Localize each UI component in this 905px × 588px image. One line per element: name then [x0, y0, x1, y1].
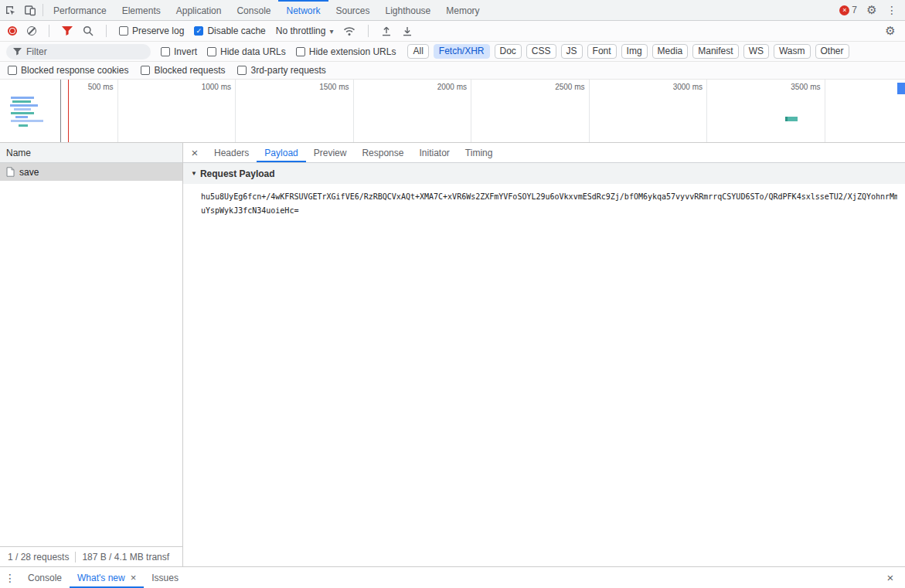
- error-icon: ×: [839, 5, 849, 15]
- tab-payload[interactable]: Payload: [257, 143, 305, 162]
- import-har-button[interactable]: [381, 25, 392, 36]
- tab-initiator[interactable]: Initiator: [411, 143, 457, 162]
- filter-pill-other[interactable]: Other: [815, 44, 849, 59]
- timeline-overview[interactable]: 500 ms 1000 ms 1500 ms 2000 ms 2500 ms 3…: [0, 80, 905, 143]
- hide-extension-urls-label: Hide extension URLs: [309, 46, 396, 57]
- funnel-icon: [13, 48, 22, 56]
- main-tab-bar: Performance Elements Application Console…: [0, 0, 905, 21]
- export-har-button[interactable]: [402, 25, 413, 36]
- details-tab-bar: × Headers Payload Preview Response Initi…: [183, 143, 905, 163]
- drawer-tab-label: Issues: [151, 573, 179, 583]
- filter-toggle-button[interactable]: [62, 26, 73, 36]
- main-menu-button[interactable]: ⋮: [882, 0, 902, 20]
- requests-panel: Name save 1 / 28 requests 187 B / 4.1 MB…: [0, 143, 183, 566]
- network-conditions-button[interactable]: [343, 26, 356, 36]
- checkbox-unchecked-icon: [141, 66, 150, 75]
- throttling-select[interactable]: No throttling ▾: [276, 25, 334, 36]
- filter-pill-media[interactable]: Media: [652, 44, 689, 59]
- blocked-response-cookies-checkbox[interactable]: Blocked response cookies: [8, 65, 128, 76]
- close-details-button[interactable]: ×: [183, 143, 206, 162]
- filter-pill-js[interactable]: JS: [561, 44, 583, 59]
- overview-request-bar: [785, 117, 798, 121]
- drawer-tab-whats-new[interactable]: What's new ×: [70, 567, 144, 588]
- network-toolbar: Preserve log ✓ Disable cache No throttli…: [0, 21, 905, 42]
- tab-response[interactable]: Response: [354, 143, 411, 162]
- checkbox-unchecked-icon: [161, 47, 170, 56]
- timeline-tick: 2000 ms: [354, 80, 472, 142]
- invert-checkbox[interactable]: Invert: [161, 46, 197, 57]
- tab-headers[interactable]: Headers: [206, 143, 257, 162]
- tab-timing[interactable]: Timing: [458, 143, 501, 162]
- close-icon[interactable]: ×: [131, 572, 137, 583]
- network-settings-button[interactable]: ⚙: [880, 21, 900, 41]
- filter-input[interactable]: [26, 46, 134, 57]
- timeline-grid: 500 ms 1000 ms 1500 ms 2000 ms 2500 ms 3…: [0, 80, 905, 142]
- tab-network[interactable]: Network: [278, 0, 328, 20]
- third-party-requests-checkbox[interactable]: 3rd-party requests: [237, 65, 325, 76]
- overview-highlight: [897, 83, 905, 94]
- tab-lighthouse[interactable]: Lighthouse: [378, 0, 439, 20]
- filter-box: [6, 44, 151, 59]
- close-drawer-button[interactable]: ×: [880, 567, 900, 588]
- filter-pill-img[interactable]: Img: [621, 44, 648, 59]
- hide-data-urls-checkbox[interactable]: Hide data URLs: [207, 46, 286, 57]
- payload-line: uYspWykJ3fcN34uoieHc=: [201, 204, 897, 218]
- tab-application[interactable]: Application: [168, 0, 230, 20]
- search-button[interactable]: [83, 25, 94, 36]
- filter-pill-fetch-xhr[interactable]: Fetch/XHR: [434, 44, 490, 59]
- divider: [368, 25, 369, 37]
- domcontentloaded-marker: [60, 80, 61, 142]
- checkbox-unchecked-icon: [207, 47, 216, 56]
- hide-extension-urls-checkbox[interactable]: Hide extension URLs: [296, 46, 396, 57]
- tab-sources[interactable]: Sources: [328, 0, 378, 20]
- timeline-tick: 1500 ms: [236, 80, 354, 142]
- tab-bar-right-controls: × 7 ⚙ ⋮: [835, 0, 905, 20]
- funnel-icon: [62, 26, 73, 36]
- request-row-save[interactable]: save: [0, 163, 182, 181]
- error-badge[interactable]: × 7: [835, 5, 862, 15]
- throttling-value: No throttling: [276, 25, 326, 36]
- error-count: 7: [852, 5, 857, 15]
- disable-cache-checkbox[interactable]: ✓ Disable cache: [194, 25, 265, 36]
- tab-preview[interactable]: Preview: [306, 143, 355, 162]
- drawer-right-controls: ×: [880, 567, 905, 588]
- filter-pill-wasm[interactable]: Wasm: [774, 44, 811, 59]
- filter-pill-css[interactable]: CSS: [526, 44, 556, 59]
- drawer-tab-issues[interactable]: Issues: [144, 567, 186, 588]
- filter-pill-manifest[interactable]: Manifest: [692, 44, 738, 59]
- tab-memory[interactable]: Memory: [438, 0, 487, 20]
- record-network-log-button[interactable]: [8, 26, 17, 36]
- filter-pill-ws[interactable]: WS: [743, 44, 769, 59]
- overview-request-bar: [19, 124, 28, 127]
- search-icon: [83, 25, 94, 36]
- overview-request-bar: [12, 100, 31, 103]
- overview-request-bar: [11, 120, 43, 122]
- device-toolbar-button[interactable]: [20, 0, 40, 20]
- preserve-log-checkbox[interactable]: Preserve log: [119, 25, 184, 36]
- network-main-area: Name save 1 / 28 requests 187 B / 4.1 MB…: [0, 143, 905, 566]
- settings-button[interactable]: ⚙: [862, 0, 882, 20]
- filter-pill-all[interactable]: All: [407, 44, 428, 59]
- inspect-element-button[interactable]: [0, 0, 20, 20]
- name-column-header[interactable]: Name: [0, 143, 182, 163]
- overview-request-bar: [11, 112, 34, 114]
- drawer-tab-console[interactable]: Console: [20, 567, 70, 588]
- tab-console[interactable]: Console: [229, 0, 278, 20]
- blocked-requests-checkbox[interactable]: Blocked requests: [141, 65, 225, 76]
- request-payload-section-header[interactable]: ▼ Request Payload: [183, 163, 905, 184]
- request-type-filters: All Fetch/XHR Doc CSS JS Font Img Media …: [407, 44, 849, 59]
- tab-performance[interactable]: Performance: [46, 0, 114, 20]
- clear-network-log-button[interactable]: [27, 26, 36, 36]
- invert-label: Invert: [174, 46, 197, 57]
- drawer-tab-bar: ⋮ Console What's new × Issues ×: [0, 566, 905, 588]
- third-party-requests-label: 3rd-party requests: [250, 65, 325, 76]
- tab-elements[interactable]: Elements: [114, 0, 168, 20]
- filter-pill-doc[interactable]: Doc: [495, 44, 522, 59]
- drawer-menu-button[interactable]: ⋮: [0, 567, 20, 588]
- checkbox-unchecked-icon: [296, 47, 305, 56]
- preserve-log-label: Preserve log: [132, 25, 184, 36]
- divider: [106, 25, 107, 37]
- filter-pill-font[interactable]: Font: [587, 44, 617, 59]
- checkbox-unchecked-icon: [119, 26, 128, 36]
- close-icon: ×: [887, 571, 894, 584]
